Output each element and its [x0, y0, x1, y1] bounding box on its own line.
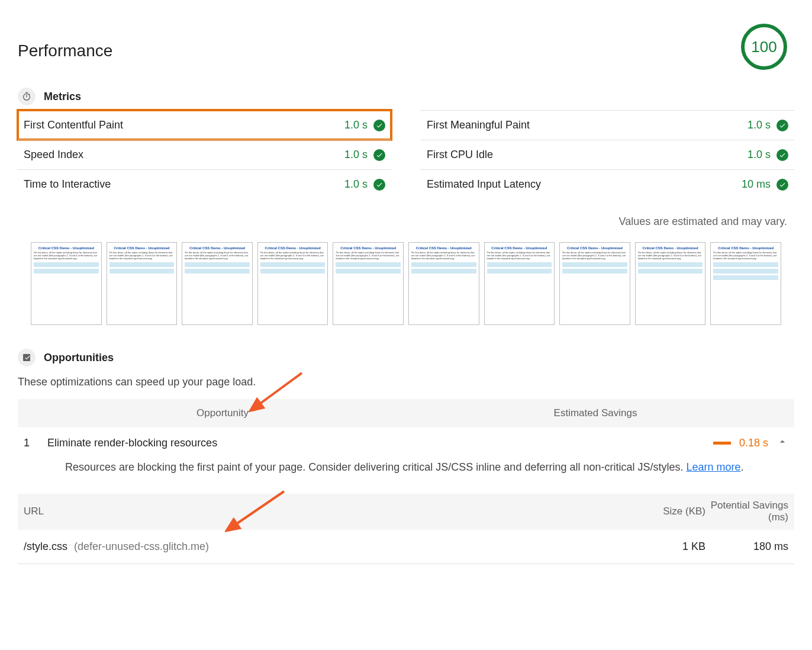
metric-row[interactable]: Speed Index 1.0 s [18, 140, 391, 169]
url-row: /style.css (defer-unused-css.glitch.me) … [18, 530, 794, 565]
metric-value: 1.0 s [344, 178, 368, 191]
check-icon [373, 120, 385, 131]
metric-value: 1.0 s [344, 149, 368, 161]
filmstrip-frame: Critical CSS Demo - Unoptimized On this … [635, 242, 706, 325]
metrics-section-header: Metrics [18, 88, 794, 105]
metric-row[interactable]: First Meaningful Paint 1.0 s [421, 110, 794, 140]
filmstrip-frame: Critical CSS Demo - Unoptimized On this … [31, 242, 102, 325]
savings-col-label: Estimated Savings [249, 407, 788, 419]
learn-more-link[interactable]: Learn more [687, 461, 741, 473]
filmstrip-frame: Critical CSS Demo - Unoptimized On this … [559, 242, 630, 325]
metric-row[interactable]: First CPU Idle 1.0 s [421, 140, 794, 169]
metric-value: 10 ms [742, 178, 771, 191]
opportunity-col-label: Opportunity [24, 407, 249, 419]
filmstrip-frame: Critical CSS Demo - Unoptimized On this … [182, 242, 253, 325]
opportunities-icon [18, 349, 36, 366]
opportunities-description: These optimizations can speed up your pa… [18, 376, 794, 388]
opportunity-savings: 0.18 s [739, 437, 768, 449]
metric-row[interactable]: Estimated Input Latency 10 ms [421, 169, 794, 199]
opportunities-title: Opportunities [44, 352, 114, 364]
url-host: (defer-unused-css.glitch.me) [74, 540, 209, 552]
metric-label: Speed Index [24, 149, 83, 161]
opportunity-row[interactable]: 1 Eliminate render-blocking resources 0.… [18, 427, 794, 459]
metrics-footnote: Values are estimated and may vary. [18, 215, 794, 228]
metric-label: First CPU Idle [427, 149, 493, 161]
metric-label: First Contentful Paint [24, 119, 123, 131]
url-cell: /style.css (defer-unused-css.glitch.me) [24, 540, 634, 553]
filmstrip-frame: Critical CSS Demo - Unoptimized On this … [710, 242, 781, 325]
check-icon [776, 149, 788, 161]
opportunity-number: 1 [24, 437, 47, 449]
url-path: /style.css [24, 540, 67, 552]
metric-label: First Meaningful Paint [427, 119, 530, 131]
filmstrip-frame: Critical CSS Demo - Unoptimized On this … [484, 242, 555, 325]
metric-value: 1.0 s [747, 119, 771, 131]
score-value: 100 [751, 38, 776, 56]
chevron-up-icon[interactable] [776, 436, 788, 451]
size-cell: 1 KB [634, 540, 705, 553]
filmstrip-frame: Critical CSS Demo - Unoptimized On this … [333, 242, 404, 325]
filmstrip-frame: Critical CSS Demo - Unoptimized On this … [107, 242, 178, 325]
savings-bar [713, 442, 731, 445]
savings-cell: 180 ms [705, 540, 788, 554]
opportunity-name: Eliminate render-blocking resources [47, 437, 713, 449]
filmstrip-frame: Critical CSS Demo - Unoptimized On this … [408, 242, 479, 325]
timer-icon [18, 88, 36, 105]
filmstrip: Critical CSS Demo - Unoptimized On this … [18, 242, 794, 325]
metric-value: 1.0 s [344, 119, 368, 131]
opportunity-detail-text: Resources are blocking the first paint o… [65, 461, 687, 473]
filmstrip-frame: Critical CSS Demo - Unoptimized On this … [257, 242, 328, 325]
url-table-header: URL Size (KB) Potential Savings (ms) [18, 494, 794, 530]
metrics-grid: First Contentful Paint 1.0 s First Meani… [18, 110, 794, 199]
check-icon [373, 179, 385, 191]
opportunity-detail: Resources are blocking the first paint o… [18, 459, 794, 476]
url-col-label: URL [24, 506, 634, 517]
metric-label: Time to Interactive [24, 178, 111, 191]
opportunities-table-header: Opportunity Estimated Savings [18, 399, 794, 427]
check-icon [776, 179, 788, 191]
check-icon [776, 120, 788, 131]
metric-value: 1.0 s [747, 149, 771, 161]
size-col-label: Size (KB) [634, 506, 705, 517]
metric-row[interactable]: First Contentful Paint 1.0 s [18, 110, 391, 140]
check-icon [373, 149, 385, 161]
opportunities-section-header: Opportunities [18, 349, 794, 366]
metric-label: Estimated Input Latency [427, 178, 541, 191]
performance-score-gauge: 100 [741, 24, 787, 70]
savings-col-label: Potential Savings (ms) [705, 500, 788, 524]
metrics-title: Metrics [44, 91, 81, 103]
metric-row[interactable]: Time to Interactive 1.0 s [18, 169, 391, 199]
page-title: Performance [18, 41, 112, 60]
